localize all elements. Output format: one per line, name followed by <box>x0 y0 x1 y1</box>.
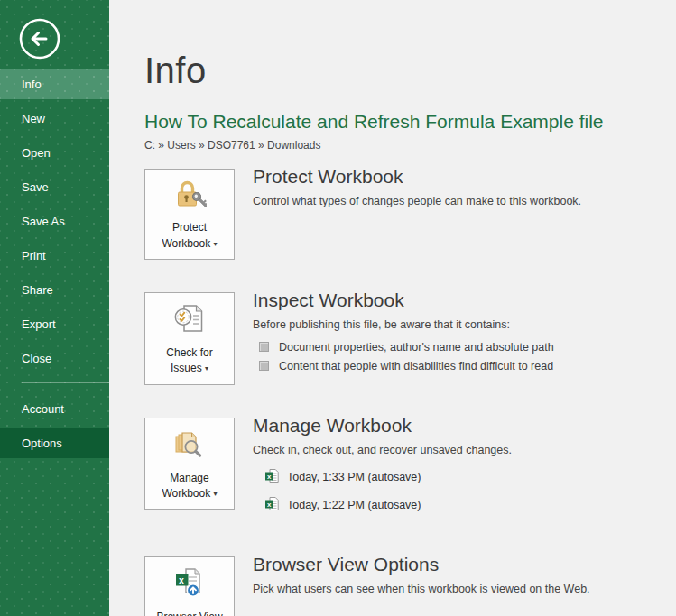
file-title: How To Recalculate and Refresh Formula E… <box>144 111 676 133</box>
inspect-issues-list: Document properties, author's name and a… <box>253 341 554 372</box>
back-button[interactable] <box>18 17 61 60</box>
excel-backstage-info-view: Info New Open Save Save As Print Share E… <box>0 0 676 616</box>
square-bullet-icon <box>259 342 269 352</box>
manage-versions-icon <box>171 427 208 466</box>
section-description: Control what types of changes people can… <box>253 194 581 209</box>
section-description: Check in, check out, and recover unsaved… <box>253 443 512 458</box>
section-inspect-workbook: Check forIssues ▾ Inspect Workbook Befor… <box>144 292 676 385</box>
issue-item: Content that people with disabilities fi… <box>253 360 554 372</box>
manage-workbook-body: Manage Workbook Check in, check out, and… <box>253 418 512 524</box>
section-browser-view-options: x Browser ViewOptions Browser View Optio… <box>144 556 676 616</box>
issue-item: Document properties, author's name and a… <box>253 341 554 354</box>
dropdown-caret-icon: ▾ <box>205 364 208 372</box>
section-heading: Browser View Options <box>253 554 590 575</box>
info-main-panel: Info How To Recalculate and Refresh Form… <box>109 0 676 616</box>
inspect-workbook-body: Inspect Workbook Before publishing this … <box>253 292 554 372</box>
autosave-version-item[interactable]: x Today, 1:33 PM (autosave) <box>253 468 512 487</box>
sidebar-item-options[interactable]: Options <box>0 428 109 458</box>
check-for-issues-button[interactable]: Check forIssues ▾ <box>144 292 235 385</box>
issue-text: Document properties, author's name and a… <box>279 341 554 354</box>
section-manage-workbook: ManageWorkbook ▾ Manage Workbook Check i… <box>144 418 676 524</box>
backstage-sidebar: Info New Open Save Save As Print Share E… <box>0 0 109 616</box>
sidebar-item-open[interactable]: Open <box>0 138 109 168</box>
back-arrow-icon <box>18 48 61 63</box>
sidebar-item-account[interactable]: Account <box>0 394 109 424</box>
sidebar-item-close[interactable]: Close <box>0 344 109 373</box>
dropdown-caret-icon: ▾ <box>214 240 218 248</box>
browser-view-options-button[interactable]: x Browser ViewOptions <box>144 556 235 616</box>
browser-view-options-button-label: Browser ViewOptions <box>156 610 222 616</box>
section-description: Pick what users can see when this workbo… <box>253 582 590 597</box>
excel-file-icon: x <box>264 496 280 515</box>
sidebar-item-print[interactable]: Print <box>0 241 109 271</box>
sidebar-item-info[interactable]: Info <box>0 69 109 99</box>
section-heading: Inspect Workbook <box>253 290 554 310</box>
square-bullet-icon <box>259 361 269 371</box>
protect-workbook-body: Protect Workbook Control what types of c… <box>253 169 581 209</box>
protect-workbook-button[interactable]: ProtectWorkbook ▾ <box>144 169 235 260</box>
excel-file-icon: x <box>264 468 280 487</box>
file-path-breadcrumb: C: » Users » DSO7761 » Downloads <box>144 139 676 152</box>
sidebar-divider <box>22 382 109 383</box>
section-heading: Protect Workbook <box>253 166 581 187</box>
browser-view-icon: x <box>171 565 208 605</box>
page-title: Info <box>144 51 676 90</box>
check-for-issues-icon <box>171 301 208 341</box>
issue-text: Content that people with disabilities fi… <box>279 360 553 372</box>
version-label: Today, 1:33 PM (autosave) <box>287 471 421 483</box>
section-description: Before publishing this file, be aware th… <box>253 317 554 333</box>
info-sections: ProtectWorkbook ▾ Protect Workbook Contr… <box>144 169 676 616</box>
check-for-issues-button-label: Check forIssues ▾ <box>166 345 212 377</box>
sidebar-item-save[interactable]: Save <box>0 172 109 202</box>
sidebar-item-export[interactable]: Export <box>0 309 109 339</box>
svg-text:x: x <box>179 575 184 585</box>
backstage-nav: Info New Open Save Save As Print Share E… <box>0 69 109 463</box>
dropdown-caret-icon: ▾ <box>214 490 218 498</box>
manage-workbook-button-label: ManageWorkbook ▾ <box>162 471 217 502</box>
svg-text:x: x <box>267 500 272 508</box>
sidebar-item-save-as[interactable]: Save As <box>0 207 109 236</box>
section-heading: Manage Workbook <box>253 415 512 436</box>
lock-and-key-icon <box>172 178 207 216</box>
version-label: Today, 1:22 PM (autosave) <box>287 499 421 511</box>
manage-workbook-button[interactable]: ManageWorkbook ▾ <box>144 418 235 510</box>
sidebar-item-share[interactable]: Share <box>0 275 109 305</box>
svg-text:x: x <box>267 472 272 480</box>
autosave-version-list: x Today, 1:33 PM (autosave) <box>253 468 512 515</box>
protect-workbook-button-label: ProtectWorkbook ▾ <box>162 220 217 252</box>
sidebar-item-new[interactable]: New <box>0 104 109 133</box>
browser-view-options-body: Browser View Options Pick what users can… <box>253 556 590 597</box>
section-protect-workbook: ProtectWorkbook ▾ Protect Workbook Contr… <box>144 169 676 260</box>
autosave-version-item[interactable]: x Today, 1:22 PM (autosave) <box>253 496 512 515</box>
